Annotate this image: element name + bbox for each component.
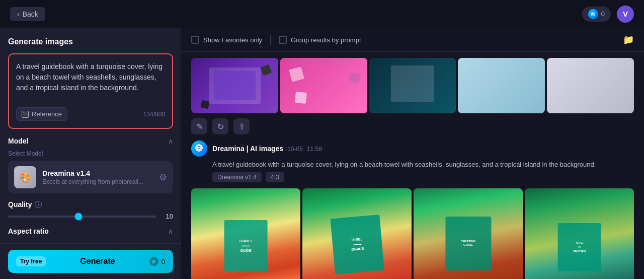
char-count: 134/800 [143,111,165,118]
aspect-ratio-header: Aspect ratio ∧ [8,227,173,235]
back-label: Back [23,10,38,18]
sidebar-scroll: Generate images A travel guidebook with … [0,28,181,279]
generated-images-row: TRAVEL━━━━GUIDE TRREL━━━━GGuDE CRUISINGG… [191,188,634,279]
sidebar: Generate images A travel guidebook with … [0,28,181,279]
sidebar-title: Generate images [8,37,173,46]
model-card[interactable]: 🎨 Dreamina v1.4 Excels at everything fro… [8,161,173,193]
model-name: Dreamina v1.4 [42,169,153,177]
content-toolbar: Show Favorites only Group results by pro… [181,28,644,52]
entry-ratio-tag: 4:3 [266,172,284,182]
entry-prompt: A travel guidebook with a turquoise cove… [191,161,634,168]
archive-icon[interactable]: 📁 [623,34,634,45]
entry-model-tag: Dreamina v1.4 [212,172,262,182]
top-image-3[interactable] [369,58,456,113]
edit-button-top[interactable]: ✎ [191,118,207,134]
aspect-ratio-title: Aspect ratio [8,227,49,235]
top-action-row: ✎ ↻ ⇧ [181,115,644,141]
quality-slider-row: 10 [8,213,173,220]
toolbar-left: Show Favorites only Group results by pro… [191,35,361,45]
group-label: Group results by prompt [291,36,361,44]
prompt-footer: ⬛ Reference 134/800 [16,107,165,121]
toolbar-separator [270,35,271,45]
top-image-1[interactable] [191,58,278,113]
gen-image-3[interactable]: CRUISINGGUIDE [414,188,523,279]
user-avatar[interactable]: V [617,6,634,23]
model-section-title: Model [8,137,28,145]
generate-coins: 0 [162,258,165,265]
group-checkbox[interactable] [279,36,287,44]
generation-entry: 🅐 Dreamina | AI images 10-05 11:58 A tra… [181,141,644,279]
model-section-header: Model ∧ [8,137,173,145]
group-toggle-row: Group results by prompt [279,36,361,44]
credits-count: 0 [601,10,605,18]
credits-badge: ◎ 0 [582,7,611,22]
avatar-initial: V [623,10,628,18]
entry-date: 10-05 [287,146,303,153]
main-layout: Generate images A travel guidebook with … [0,28,644,279]
model-description: Excels at everything from photoreali... [42,178,153,185]
aspect-ratio-chevron-icon[interactable]: ∧ [168,227,173,235]
header: ‹ Back ◎ 0 V [0,0,644,28]
model-chevron-icon[interactable]: ∧ [168,137,173,145]
entry-tags: Dreamina v1.4 4:3 [191,172,634,182]
generate-right: ◎ 0 [149,257,165,266]
try-free-badge: Try free [16,256,46,266]
model-thumbnail: 🎨 [14,166,36,188]
generate-label: Generate [80,257,115,266]
quality-value: 10 [161,213,173,220]
reference-icon: ⬛ [22,111,29,118]
generate-button[interactable]: Try free Generate ◎ 0 [8,250,173,273]
gen-image-1[interactable]: TRAVEL━━━━GUIDE [191,188,300,279]
quality-section: Quality i 10 [8,200,173,220]
favorites-label: Show Favorites only [203,36,262,44]
image-feed: ✎ ↻ ⇧ 🅐 Dreamina | AI images 10-05 11:58… [181,52,644,279]
content-area: Show Favorites only Group results by pro… [181,28,644,279]
model-info: Dreamina v1.4 Excels at everything from … [42,169,153,185]
reference-button[interactable]: ⬛ Reference [16,107,67,121]
model-settings-icon[interactable]: ⚙ [159,172,167,183]
header-right: ◎ 0 V [582,6,634,23]
prompt-box[interactable]: A travel guidebook with a turquoise cove… [8,53,173,129]
favorites-checkbox[interactable] [191,36,199,44]
generate-bottom-bar: Try free Generate ◎ 0 [0,243,181,279]
favorites-toggle-row: Show Favorites only [191,36,262,44]
gen-image-4[interactable]: TRALOSRATIEN [525,188,634,279]
quality-info-icon[interactable]: i [35,201,42,208]
quality-header: Quality i [8,200,173,208]
top-image-4[interactable] [458,58,545,113]
select-model-label: Select Model [8,150,173,157]
entry-header: 🅐 Dreamina | AI images 10-05 11:58 [191,141,634,157]
coin-icon: ◎ [149,257,158,266]
back-button[interactable]: ‹ Back [10,7,45,21]
top-image-5[interactable] [547,58,634,113]
entry-app-icon: 🅐 [191,141,207,157]
back-arrow-icon: ‹ [17,10,20,18]
quality-slider[interactable] [8,216,156,218]
aspect-ratio-section: Aspect ratio ∧ [8,227,173,235]
prompt-text: A travel guidebook with a turquoise cove… [16,61,165,93]
quality-label: Quality [8,200,32,208]
entry-hour: 11:58 [307,146,322,153]
gen-image-2[interactable]: TRREL━━━━GGuDE [302,188,412,279]
credits-icon: ◎ [588,9,598,19]
top-image-2[interactable] [280,58,367,113]
top-images-section [181,52,644,115]
top-images-row [191,58,634,113]
model-section: Model ∧ Select Model 🎨 Dreamina v1.4 Exc… [8,137,173,193]
reference-label: Reference [32,110,62,118]
refresh-button-top[interactable]: ↻ [212,118,228,134]
entry-app-name: Dreamina | AI images [212,145,283,153]
entry-meta: Dreamina | AI images 10-05 11:58 [212,145,322,153]
share-button-top[interactable]: ⇧ [233,118,250,134]
